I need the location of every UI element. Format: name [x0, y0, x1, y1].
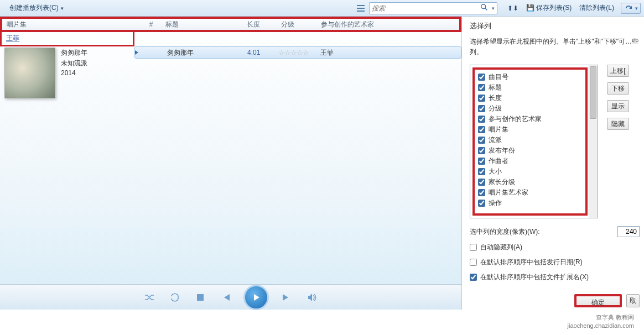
- column-option[interactable]: 曲目号: [478, 72, 582, 82]
- column-option-label: 唱片集: [489, 125, 508, 134]
- track-rating-stars[interactable]: ☆☆☆☆☆: [278, 49, 318, 57]
- column-option[interactable]: 长度: [478, 93, 582, 103]
- include-ext-label: 在默认排序顺序中包括文件扩展名(X): [480, 273, 589, 282]
- scrollbar-track[interactable]: [589, 65, 598, 218]
- move-down-button[interactable]: 下移: [607, 82, 629, 95]
- create-playlist-button[interactable]: 创建播放列表(C): [3, 1, 70, 15]
- column-option-checkbox[interactable]: [478, 126, 485, 133]
- column-option[interactable]: 大小: [478, 166, 582, 177]
- svg-rect-2: [357, 11, 365, 12]
- cancel-button[interactable]: 取: [626, 294, 640, 307]
- search-box[interactable]: ▾: [369, 2, 497, 14]
- save-list-button[interactable]: 💾 保存列表(S): [523, 2, 575, 14]
- column-option-checkbox[interactable]: [478, 179, 485, 186]
- stop-button[interactable]: [193, 290, 208, 305]
- search-icon[interactable]: [478, 3, 490, 13]
- scrollbar-thumb[interactable]: [590, 66, 596, 119]
- column-option-checkbox[interactable]: [478, 116, 485, 123]
- column-option-checkbox[interactable]: [478, 158, 485, 165]
- track-title: 匆匆那年: [163, 48, 244, 57]
- track-length: 4:01: [244, 49, 278, 56]
- sync-button[interactable]: ▾: [621, 3, 641, 14]
- include-date-checkbox[interactable]: [470, 259, 477, 266]
- queue-nav-icon[interactable]: ⬆⬇: [504, 3, 522, 14]
- column-option-checkbox[interactable]: [478, 84, 485, 91]
- col-header-rating[interactable]: 分级: [277, 20, 316, 29]
- column-option[interactable]: 发布年份: [478, 145, 582, 156]
- column-option[interactable]: 分级: [478, 103, 582, 114]
- column-option-label: 操作: [489, 198, 502, 208]
- column-option-checkbox[interactable]: [478, 95, 485, 102]
- track-row[interactable]: 匆匆那年 4:01 ☆☆☆☆☆ 王菲: [134, 46, 461, 59]
- column-option[interactable]: 流派: [478, 135, 582, 145]
- column-option[interactable]: 唱片集艺术家: [478, 187, 582, 198]
- column-option-checkbox[interactable]: [478, 137, 485, 144]
- column-header-row[interactable]: 唱片集 # 标题 长度 分级 参与创作的艺术家: [0, 17, 461, 32]
- svg-line-4: [485, 8, 487, 11]
- column-option-checkbox[interactable]: [478, 147, 485, 154]
- dialog-instructions: 选择希望显示在此视图中的列。单击"上移"和"下移"可…些列。: [470, 36, 644, 57]
- move-up-button[interactable]: 上移[: [607, 65, 629, 77]
- include-date-label: 在默认排序顺序中包括发行日期(R): [480, 258, 583, 267]
- hide-button[interactable]: 隐藏: [607, 118, 629, 130]
- column-option-checkbox[interactable]: [478, 189, 485, 196]
- column-option-label: 流派: [489, 135, 502, 145]
- column-option[interactable]: 参与创作的艺术家: [478, 114, 582, 124]
- artist-group-heading[interactable]: 王菲: [0, 32, 134, 46]
- album-meta: 匆匆那年 未知流派 2014: [61, 48, 87, 98]
- column-option[interactable]: 标题: [478, 82, 582, 93]
- column-option-label: 分级: [489, 104, 502, 113]
- next-button[interactable]: [279, 290, 294, 305]
- right-toolbar: ⬆⬇ 💾 保存列表(S) 清除列表(L) ▾: [504, 2, 641, 14]
- column-option-label: 家长分级: [489, 177, 515, 187]
- include-ext-checkbox[interactable]: [470, 274, 477, 281]
- track-list: 匆匆那年 4:01 ☆☆☆☆☆ 王菲: [134, 46, 461, 100]
- column-option-checkbox[interactable]: [478, 74, 485, 81]
- column-option-label: 长度: [489, 93, 502, 103]
- play-button[interactable]: [243, 285, 269, 310]
- column-option[interactable]: 唱片集: [478, 124, 582, 135]
- column-option-checkbox[interactable]: [478, 105, 485, 112]
- column-width-input[interactable]: [617, 226, 640, 237]
- columns-listbox[interactable]: 曲目号标题长度分级参与创作的艺术家唱片集流派发布年份作曲者大小家长分级唱片集艺术…: [470, 65, 598, 218]
- shuffle-button[interactable]: [142, 290, 157, 305]
- album-year: 2014: [61, 69, 87, 77]
- column-option-checkbox[interactable]: [478, 168, 485, 175]
- column-option[interactable]: 家长分级: [478, 177, 582, 187]
- watermark: 查字典 教程网 jiaocheng.chazidian.com: [568, 313, 634, 329]
- previous-button[interactable]: [218, 290, 233, 305]
- album-genre: 未知流派: [61, 58, 87, 69]
- col-header-title[interactable]: 标题: [161, 20, 242, 29]
- library-panel: 唱片集 # 标题 长度 分级 参与创作的艺术家 王菲 匆匆那年 未知流派 201…: [0, 17, 462, 310]
- column-option-label: 大小: [489, 167, 502, 176]
- album-cover[interactable]: [4, 48, 55, 98]
- dialog-title: 选择列: [470, 21, 644, 31]
- column-option-checkbox[interactable]: [478, 200, 485, 207]
- column-option-label: 唱片集艺术家: [489, 188, 528, 197]
- now-playing-icon: [135, 50, 138, 55]
- col-header-length[interactable]: 长度: [242, 20, 277, 29]
- column-option[interactable]: 操作: [478, 198, 582, 208]
- clear-list-button[interactable]: 清除列表(L): [576, 2, 617, 14]
- column-option-label: 曲目号: [489, 72, 508, 82]
- track-artist: 王菲: [318, 48, 461, 57]
- svg-rect-5: [197, 294, 204, 301]
- volume-button[interactable]: [304, 290, 320, 305]
- column-option-label: 作曲者: [489, 156, 508, 166]
- repeat-button[interactable]: [167, 290, 183, 305]
- choose-columns-dialog: 选择列 选择希望显示在此视图中的列。单击"上移"和"下移"可…些列。 曲目号标题…: [462, 17, 644, 310]
- col-header-track-no[interactable]: #: [137, 20, 161, 28]
- show-button[interactable]: 显示: [607, 100, 629, 112]
- col-header-album[interactable]: 唱片集: [2, 20, 137, 29]
- svg-point-3: [481, 4, 486, 9]
- column-option[interactable]: 作曲者: [478, 156, 582, 166]
- album-title: 匆匆那年: [61, 48, 87, 58]
- col-header-artist[interactable]: 参与创作的艺术家: [316, 20, 459, 29]
- search-input[interactable]: [372, 4, 478, 12]
- view-options-icon[interactable]: [355, 3, 367, 14]
- auto-hide-checkbox[interactable]: [470, 244, 477, 251]
- column-option-label: 发布年份: [489, 146, 515, 155]
- svg-rect-1: [357, 8, 365, 9]
- search-dropdown-icon[interactable]: ▾: [490, 6, 495, 11]
- ok-button[interactable]: 确定: [574, 294, 622, 307]
